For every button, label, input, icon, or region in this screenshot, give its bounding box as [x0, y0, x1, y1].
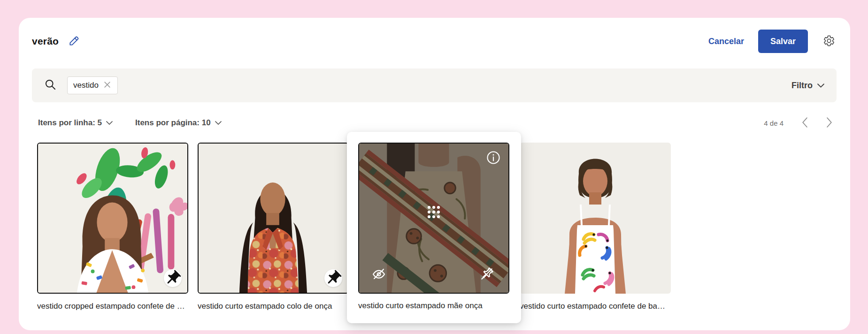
product-title: vestido curto estampado mãe onça [358, 301, 509, 311]
pinned-badge-button[interactable] [164, 269, 182, 287]
product-image[interactable] [520, 143, 671, 294]
product-title: vestido curto estampado colo de onça [198, 302, 349, 311]
product-photo-cactus-dress [38, 144, 187, 293]
dragged-product-card[interactable]: vestido curto estampado mãe onça [347, 132, 521, 323]
collection-editor-card: verão Cancelar Salvar [19, 18, 850, 330]
dragged-product-image[interactable] [358, 143, 509, 294]
product-image-selected[interactable] [37, 143, 188, 294]
product-photo-banana-dress [520, 143, 671, 294]
info-button[interactable] [486, 150, 501, 165]
product-photo-onca-blazer-dress [199, 144, 348, 293]
product-card: vestido curto estampado confete de ba… [520, 143, 671, 311]
product-title: vestido curto estampado confete de ba… [520, 302, 671, 311]
hide-product-button[interactable] [371, 266, 386, 281]
product-title: vestido cropped estampado confete de … [37, 302, 188, 311]
page-background: verão Cancelar Salvar [0, 0, 868, 334]
drag-handle[interactable] [426, 205, 441, 220]
product-card: vestido cropped estampado confete de … [37, 143, 188, 311]
product-image-selected[interactable] [198, 143, 349, 294]
product-card: vestido curto estampado colo de onça [198, 143, 349, 311]
unpin-product-button[interactable] [479, 266, 494, 281]
product-grid: vestido cropped estampado confete de … [19, 18, 850, 330]
pinned-badge-button[interactable] [324, 269, 342, 287]
